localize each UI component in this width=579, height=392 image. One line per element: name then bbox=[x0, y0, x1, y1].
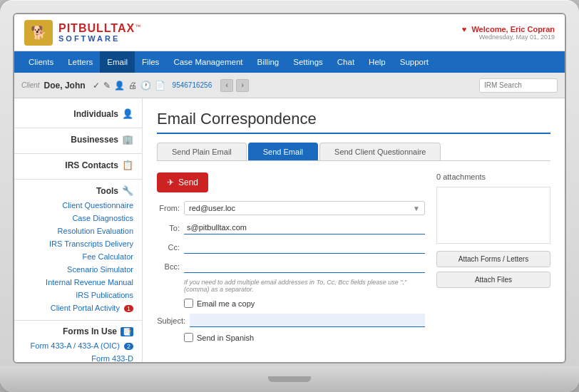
from-value: red@user.loc bbox=[189, 204, 235, 212]
sidebar-header-irs: IRS Contacts 📋 bbox=[14, 157, 142, 173]
send-spanish-checkbox[interactable] bbox=[184, 333, 193, 342]
nav-settings[interactable]: Settings bbox=[286, 51, 330, 73]
nav-billing[interactable]: Billing bbox=[250, 51, 287, 73]
sidebar-irs-label: IRS Contacts bbox=[65, 160, 118, 170]
sidebar-header-forms: Forms In Use 📑 bbox=[14, 324, 142, 339]
sidebar-link-irs-pub[interactable]: IRS Publications bbox=[14, 289, 142, 301]
subject-label: Subject: bbox=[157, 316, 185, 325]
nav-chat[interactable]: Chat bbox=[330, 51, 362, 73]
sidebar-link-scenario[interactable]: Scenario Simulator bbox=[14, 263, 142, 276]
sidebar-section-individuals: Individuals 👤 bbox=[14, 105, 142, 122]
separator-note: If you need to add multiple email addres… bbox=[157, 279, 425, 293]
attach-files-button[interactable]: Attach Files bbox=[436, 272, 550, 288]
nav-help[interactable]: Help bbox=[362, 51, 393, 73]
portal-badge: 1 bbox=[124, 305, 133, 312]
email-form: ✈ Send From: red@user.loc ▼ To: bbox=[157, 172, 550, 342]
client-prev-button[interactable]: ‹ bbox=[220, 79, 233, 92]
tools-sidebar-icon: 🔧 bbox=[122, 185, 133, 196]
client-label: Client bbox=[21, 81, 40, 89]
clock-icon[interactable]: 🕐 bbox=[140, 81, 151, 91]
client-bar: Client Doe, John ✓ ✎ 👤 🖨 🕐 📄 9546716256 … bbox=[14, 73, 565, 98]
sidebar-header-businesses: Businesses 🏢 bbox=[14, 131, 142, 148]
date-text: Wednesday, May 01, 2019 bbox=[479, 33, 555, 41]
email-copy-row: Email me a copy bbox=[157, 299, 425, 308]
form-left: ✈ Send From: red@user.loc ▼ To: bbox=[157, 172, 425, 342]
from-label: From: bbox=[157, 204, 180, 212]
forms-sidebar-icon: 📑 bbox=[121, 327, 133, 336]
sidebar-link-transcripts[interactable]: IRS Transcripts Delivery bbox=[14, 237, 142, 250]
sidebar-link-form-433d[interactable]: Form 433-D bbox=[14, 352, 142, 362]
bcc-row: Bcc: bbox=[157, 259, 425, 273]
logo-text: PITBULLTAX™ SOFTWARE bbox=[58, 22, 140, 43]
sidebar-forms-label: Forms In Use bbox=[63, 326, 117, 336]
welcome-text: Welcome, Eric Copran bbox=[471, 25, 555, 33]
laptop-notch bbox=[268, 376, 311, 382]
laptop-screen: 🐕 PITBULLTAX™ SOFTWARE ♥ Welcome, Eric C… bbox=[13, 13, 566, 363]
bcc-input[interactable] bbox=[184, 259, 425, 273]
bcc-label: Bcc: bbox=[157, 262, 180, 271]
subject-row: Subject: bbox=[157, 314, 425, 327]
sidebar-businesses-label: Businesses bbox=[71, 135, 118, 145]
client-icons: ✓ ✎ 👤 🖨 🕐 📄 bbox=[93, 81, 165, 91]
attachments-label: 0 attachments bbox=[436, 172, 550, 181]
client-nav: ‹ › bbox=[220, 79, 249, 92]
welcome-area: ♥ Welcome, Eric Copran bbox=[462, 25, 555, 33]
nav-case-management[interactable]: Case Management bbox=[166, 51, 250, 73]
nav-email[interactable]: Email bbox=[100, 51, 135, 73]
person-sidebar-icon: 👤 bbox=[122, 108, 133, 119]
page-title: Email Correspondence bbox=[157, 110, 550, 134]
divider-3 bbox=[14, 179, 142, 180]
client-id: 9546716256 bbox=[173, 81, 212, 89]
nav-files[interactable]: Files bbox=[135, 51, 166, 73]
person-icon[interactable]: 👤 bbox=[114, 81, 125, 91]
sidebar-link-resolution[interactable]: Resolution Evaluation bbox=[14, 225, 142, 237]
sidebar-section-businesses: Businesses 🏢 bbox=[14, 131, 142, 148]
sidebar-link-portal[interactable]: Client Portal Activity 1 bbox=[14, 301, 142, 314]
cc-row: Cc: bbox=[157, 240, 425, 254]
cc-input[interactable] bbox=[184, 240, 425, 254]
checkmark-icon[interactable]: ✓ bbox=[93, 81, 100, 91]
send-plane-icon: ✈ bbox=[167, 177, 174, 187]
divider-4 bbox=[14, 320, 142, 321]
sidebar-section-irs: IRS Contacts 📋 bbox=[14, 157, 142, 173]
laptop-frame: 🐕 PITBULLTAX™ SOFTWARE ♥ Welcome, Eric C… bbox=[0, 0, 579, 392]
client-next-button[interactable]: › bbox=[236, 79, 249, 92]
sidebar-tools-label: Tools bbox=[96, 186, 118, 196]
file-icon[interactable]: 📄 bbox=[155, 81, 165, 91]
form-right: 0 attachments Attach Forms / Letters Att… bbox=[436, 172, 550, 342]
logo-area: 🐕 PITBULLTAX™ SOFTWARE bbox=[24, 20, 140, 46]
sidebar: Individuals 👤 Businesses 🏢 IRS Contacts bbox=[14, 98, 143, 362]
nav-support[interactable]: Support bbox=[393, 51, 436, 73]
to-input[interactable] bbox=[184, 221, 425, 234]
sidebar-link-questionnaire[interactable]: Client Questionnaire bbox=[14, 199, 142, 212]
tab-plain-email[interactable]: Send Plain Email bbox=[157, 143, 247, 160]
subject-input[interactable] bbox=[190, 314, 425, 327]
heart-icon: ♥ bbox=[462, 25, 467, 33]
building-sidebar-icon: 🏢 bbox=[122, 134, 133, 145]
sidebar-link-fee-calc[interactable]: Fee Calculator bbox=[14, 250, 142, 263]
email-copy-checkbox[interactable] bbox=[184, 299, 193, 308]
sidebar-link-form-433a[interactable]: Form 433-A / 433-A (OIC) 2 bbox=[14, 339, 142, 352]
tab-send-email[interactable]: Send Email bbox=[248, 143, 318, 160]
header-right: ♥ Welcome, Eric Copran Wednesday, May 01… bbox=[462, 25, 555, 41]
sidebar-link-diagnostics[interactable]: Case Diagnostics bbox=[14, 212, 142, 225]
printer-icon[interactable]: 🖨 bbox=[128, 81, 137, 91]
nav-letters[interactable]: Letters bbox=[61, 51, 100, 73]
irm-search-input[interactable] bbox=[479, 78, 558, 93]
attach-forms-button[interactable]: Attach Forms / Letters bbox=[436, 251, 550, 267]
sidebar-header-tools: Tools 🔧 bbox=[14, 182, 142, 199]
email-copy-label: Email me a copy bbox=[197, 299, 255, 308]
from-dropdown[interactable]: red@user.loc ▼ bbox=[184, 201, 425, 215]
to-row: To: bbox=[157, 221, 425, 234]
cc-label: Cc: bbox=[157, 243, 180, 252]
divider-1 bbox=[14, 128, 142, 128]
nav-clients[interactable]: Clients bbox=[21, 51, 61, 73]
sidebar-section-tools: Tools 🔧 Client Questionnaire Case Diagno… bbox=[14, 182, 142, 314]
nav-bar: Clients Letters Email Files Case Managem… bbox=[14, 51, 565, 73]
sidebar-link-irm[interactable]: Internal Revenue Manual bbox=[14, 276, 142, 289]
tab-client-questionnaire[interactable]: Send Client Questionnaire bbox=[319, 143, 441, 160]
pencil-icon[interactable]: ✎ bbox=[103, 81, 111, 91]
send-button[interactable]: ✈ Send bbox=[157, 172, 208, 192]
logo-pitbull: PITBULLTAX™ bbox=[58, 22, 140, 35]
main-content: Individuals 👤 Businesses 🏢 IRS Contacts bbox=[14, 98, 565, 362]
